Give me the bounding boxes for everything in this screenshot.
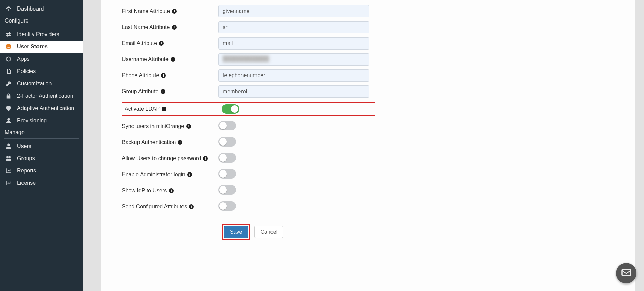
sidebar-item-label: 2-Factor Authentication (17, 93, 73, 99)
sidebar-item-users[interactable]: Users (0, 140, 83, 152)
info-icon[interactable]: i (159, 41, 164, 46)
sidebar-item-reports[interactable]: Reports (0, 165, 83, 177)
sidebar-item-label: Policies (17, 68, 36, 74)
row-activate-ldap: Activate LDAP i (122, 102, 375, 116)
mail-icon (621, 267, 631, 279)
sidebar-item-label: Dashboard (17, 6, 44, 12)
sidebar-divider (4, 27, 79, 27)
toggle-sync-users[interactable] (218, 121, 236, 130)
sidebar-item-label: Groups (17, 155, 35, 162)
info-icon[interactable]: i (172, 9, 177, 14)
document-icon (5, 68, 12, 74)
input-last-name-attribute[interactable] (218, 21, 369, 33)
group-icon (5, 155, 12, 162)
toggle-send-configured-attrs[interactable] (218, 201, 236, 211)
row-username-attribute: Username Attribute i ████████████ (122, 52, 621, 67)
sidebar-item-groups[interactable]: Groups (0, 152, 83, 165)
sidebar-item-identity-providers[interactable]: Identity Providers (0, 28, 83, 41)
info-icon[interactable]: i (203, 156, 208, 161)
row-sync-users: Sync users in miniOrange i (122, 119, 621, 134)
label-text: Phone Attribute (122, 72, 159, 79)
sidebar-item-2fa[interactable]: 2-Factor Authentication (0, 90, 83, 102)
sidebar-item-label: User Stores (17, 44, 48, 50)
label-backup-auth: Backup Authentication i (122, 139, 218, 146)
label-group-attribute: Group Attribute i (122, 88, 218, 95)
sidebar-item-label: Adaptive Authentication (17, 105, 74, 111)
user-icon (5, 117, 12, 124)
cancel-button[interactable]: Cancel (254, 226, 283, 238)
dashboard-icon (5, 6, 12, 12)
info-icon[interactable]: i (172, 25, 177, 30)
info-icon[interactable]: i (161, 89, 165, 94)
label-text: Sync users in miniOrange (122, 123, 184, 129)
label-text: Last Name Attribute (122, 24, 170, 30)
save-highlight: Save (222, 224, 250, 240)
label-text: Activate LDAP (125, 106, 160, 112)
row-email-attribute: Email Attribute i (122, 36, 621, 51)
lock-icon (5, 93, 12, 99)
sidebar-item-label: Reports (17, 168, 36, 174)
info-icon[interactable]: i (169, 188, 174, 193)
label-show-idp: Show IdP to Users i (122, 188, 218, 194)
row-group-attribute: Group Attribute i (122, 84, 621, 99)
sidebar-item-apps[interactable]: Apps (0, 53, 83, 65)
input-first-name-attribute[interactable] (218, 5, 369, 17)
label-text: Enable Administrator login (122, 171, 185, 178)
chart-icon (5, 180, 12, 186)
label-username-attribute: Username Attribute i (122, 56, 218, 63)
label-text: Username Attribute (122, 56, 169, 63)
label-last-name-attribute: Last Name Attribute i (122, 24, 218, 30)
info-icon[interactable]: i (161, 73, 166, 78)
chat-launcher[interactable] (616, 263, 636, 283)
label-activate-ldap: Activate LDAP i (122, 106, 222, 112)
input-phone-attribute[interactable] (218, 69, 369, 82)
input-username-attribute[interactable]: ████████████ (218, 53, 369, 66)
chart-icon (5, 168, 12, 174)
info-icon[interactable]: i (189, 204, 194, 209)
box-icon (5, 56, 12, 62)
sidebar-section-configure: Configure (0, 15, 83, 26)
info-icon[interactable]: i (186, 124, 191, 129)
database-icon (5, 44, 12, 50)
input-email-attribute[interactable] (218, 37, 369, 50)
input-group-attribute[interactable] (218, 85, 369, 98)
sidebar-item-label: Provisioning (17, 117, 47, 124)
form-panel: First Name Attribute i Last Name Attribu… (101, 0, 635, 291)
label-text: Show IdP to Users (122, 188, 167, 194)
toggle-show-idp[interactable] (218, 185, 236, 195)
label-text: First Name Attribute (122, 8, 170, 14)
wrench-icon (5, 81, 12, 87)
label-phone-attribute: Phone Attribute i (122, 72, 218, 79)
sidebar-item-customization[interactable]: Customization (0, 78, 83, 90)
label-sync-users: Sync users in miniOrange i (122, 123, 218, 129)
shield-icon (5, 105, 12, 111)
info-icon[interactable]: i (171, 57, 175, 62)
info-icon[interactable]: i (162, 107, 166, 111)
row-first-name-attribute: First Name Attribute i (122, 3, 621, 19)
info-icon[interactable]: i (187, 172, 192, 177)
toggle-backup-auth[interactable] (218, 137, 236, 147)
sidebar-item-license[interactable]: License (0, 177, 83, 189)
label-text: Send Configured Attributes (122, 204, 187, 210)
label-first-name-attribute: First Name Attribute i (122, 8, 218, 14)
sidebar-item-policies[interactable]: Policies (0, 65, 83, 78)
sidebar-item-dashboard[interactable]: Dashboard (0, 3, 83, 15)
main-area: First Name Attribute i Last Name Attribu… (83, 0, 644, 291)
sidebar-item-adaptive-auth[interactable]: Adaptive Authentication (0, 102, 83, 114)
arrows-icon (5, 31, 12, 38)
toggle-allow-change-pw[interactable] (218, 153, 236, 163)
sidebar-item-label: Users (17, 143, 31, 149)
sidebar-item-user-stores[interactable]: User Stores (0, 41, 83, 53)
toggle-activate-ldap[interactable] (222, 104, 239, 114)
sidebar-item-label: Identity Providers (17, 31, 59, 38)
toggle-enable-admin-login[interactable] (218, 169, 236, 179)
label-text: Email Attribute (122, 40, 157, 46)
sidebar-item-label: Customization (17, 81, 52, 87)
gutter (83, 0, 101, 291)
row-enable-admin-login: Enable Administrator login i (122, 167, 621, 182)
sidebar-item-provisioning[interactable]: Provisioning (0, 114, 83, 127)
info-icon[interactable]: i (178, 140, 182, 145)
sidebar-item-label: License (17, 180, 36, 186)
save-button[interactable]: Save (224, 226, 248, 238)
sidebar-divider (4, 138, 79, 139)
